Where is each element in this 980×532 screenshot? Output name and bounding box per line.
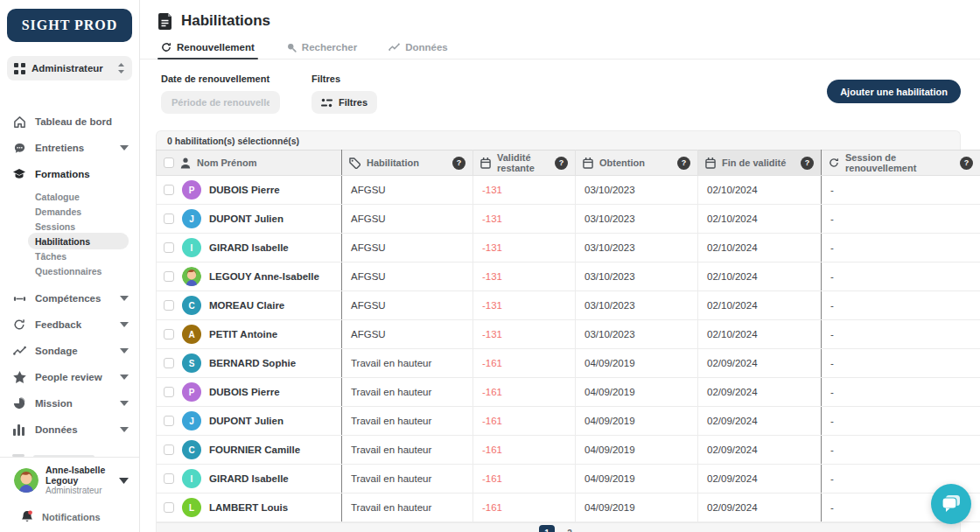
table-row[interactable]: LEGOUY Anne-Isabelle AFGSU -131 03/10/20… xyxy=(157,262,980,291)
obtention-cell: 03/10/2023 xyxy=(576,205,698,234)
validite-restante-cell: -131 xyxy=(473,234,576,262)
sidebar-item-mission[interactable]: Mission xyxy=(0,390,139,416)
sort-arrows-icon xyxy=(117,63,125,74)
person-name: FOURNIER Camille xyxy=(209,444,300,455)
table-row[interactable]: I GIRARD Isabelle AFGSU -131 03/10/2023 … xyxy=(157,234,980,262)
filters-button[interactable]: Filtres xyxy=(312,91,377,114)
tab-rechercher[interactable]: Rechercher xyxy=(286,42,357,59)
page-button-2[interactable]: 2 xyxy=(562,525,578,532)
session-cell: - xyxy=(822,262,980,291)
sidebar: SIGHT PROD Administrateur Tableau de bor… xyxy=(0,0,140,532)
chat-launcher-button[interactable] xyxy=(931,484,971,524)
select-all-checkbox[interactable] xyxy=(164,158,174,168)
sidebar-nav: Tableau de bord Entretiens Formations Ca… xyxy=(0,108,139,466)
sidebar-item-donnees[interactable]: Données xyxy=(0,416,139,443)
tab-label: Renouvellement xyxy=(177,42,255,52)
fin-validite-cell: 02/09/2024 xyxy=(698,378,822,407)
row-checkbox[interactable] xyxy=(164,444,174,455)
brand-logo[interactable]: SIGHT PROD xyxy=(7,9,132,42)
avatar: I xyxy=(182,238,201,257)
sidebar-item-tableau-de-bord[interactable]: Tableau de bord xyxy=(0,108,139,135)
row-checkbox[interactable] xyxy=(164,358,174,368)
user-menu[interactable]: Anne-Isabelle Legouy Administrateur xyxy=(0,465,139,496)
table-row[interactable]: L LAMBERT Louis Travail en hauteur -161 … xyxy=(157,494,980,522)
pie-chart-icon xyxy=(12,396,26,410)
table-row[interactable]: J DUPONT Julien Travail en hauteur -161 … xyxy=(157,407,980,436)
sidebar-item-sondage[interactable]: Sondage xyxy=(0,338,139,364)
chevron-down-icon xyxy=(120,348,129,354)
chevron-down-icon xyxy=(120,322,129,327)
table-row[interactable]: S BERNARD Sophie Travail en hauteur -161… xyxy=(157,349,980,378)
sidebar-item-competences[interactable]: Compétences xyxy=(0,285,139,312)
row-checkbox[interactable] xyxy=(164,387,174,397)
validite-restante-cell: -161 xyxy=(473,349,576,378)
sidebar-item-entretiens[interactable]: Entretiens xyxy=(0,135,139,161)
row-checkbox[interactable] xyxy=(164,185,174,195)
chevron-down-icon xyxy=(120,427,129,432)
habilitation-cell: Travail en hauteur xyxy=(342,465,473,494)
tag-icon xyxy=(349,158,360,169)
help-badge[interactable]: ? xyxy=(677,157,690,170)
sidebar-item-label: Mission xyxy=(35,398,73,409)
fin-validite-cell: 02/09/2024 xyxy=(698,465,822,494)
session-cell: - xyxy=(822,291,980,320)
table-row[interactable]: P DUBOIS Pierre Travail en hauteur -161 … xyxy=(157,378,980,407)
user-avatar xyxy=(14,468,38,493)
row-checkbox[interactable] xyxy=(164,473,174,484)
notifications-button[interactable]: Notifications xyxy=(0,510,139,523)
table-row[interactable]: P DUBOIS Pierre AFGSU -131 03/10/2023 02… xyxy=(157,176,980,205)
fin-validite-cell: 02/10/2024 xyxy=(698,262,822,291)
table-row[interactable]: J DUPONT Julien AFGSU -131 03/10/2023 02… xyxy=(157,205,980,234)
table-row[interactable]: C FOURNIER Camille Travail en hauteur -1… xyxy=(157,436,980,465)
row-checkbox[interactable] xyxy=(164,271,174,282)
sidebar-item-label: Feedback xyxy=(35,319,81,330)
help-badge[interactable]: ? xyxy=(960,157,973,170)
help-badge[interactable]: ? xyxy=(801,157,814,170)
sidebar-item-feedback[interactable]: Feedback xyxy=(0,312,139,338)
habilitation-cell: Travail en hauteur xyxy=(342,349,473,378)
sidebar-item-people-review[interactable]: People review xyxy=(0,364,139,390)
row-checkbox[interactable] xyxy=(164,300,174,311)
validite-restante-cell: -131 xyxy=(473,205,576,234)
validite-restante-cell: -131 xyxy=(473,320,576,349)
refresh-icon xyxy=(829,158,839,168)
table-row[interactable]: C MOREAU Claire AFGSU -131 03/10/2023 02… xyxy=(157,291,980,320)
row-checkbox[interactable] xyxy=(164,416,174,426)
page-button-1[interactable]: 1 xyxy=(539,525,555,532)
sidebar-subitem-sessions[interactable]: Sessions xyxy=(0,219,139,234)
sidebar-subitem-catalogue[interactable]: Catalogue xyxy=(0,189,139,204)
obtention-cell: 04/09/2019 xyxy=(576,407,698,436)
main-content: Habilitations Renouvellement Rechercher … xyxy=(140,0,980,532)
tab-renouvellement[interactable]: Renouvellement xyxy=(161,42,255,59)
sidebar-subitem-taches[interactable]: Tâches xyxy=(0,248,139,263)
row-checkbox[interactable] xyxy=(164,329,174,340)
calendar-icon xyxy=(583,158,593,169)
tab-label: Rechercher xyxy=(302,42,357,52)
add-habilitation-button[interactable]: Ajouter une habilitation xyxy=(827,80,961,103)
avatar: J xyxy=(182,411,201,430)
table-row[interactable]: I GIRARD Isabelle Travail en hauteur -16… xyxy=(157,465,980,494)
row-checkbox[interactable] xyxy=(164,214,174,224)
renewal-period-input[interactable] xyxy=(161,91,280,114)
role-selector[interactable]: Administrateur xyxy=(7,56,132,80)
help-badge[interactable]: ? xyxy=(452,157,466,170)
trend-icon xyxy=(12,344,26,358)
table-row[interactable]: A PETIT Antoine AFGSU -131 03/10/2023 02… xyxy=(157,320,980,349)
sidebar-item-formations[interactable]: Formations xyxy=(0,161,139,187)
validite-restante-cell: -161 xyxy=(473,436,576,465)
avatar: C xyxy=(182,440,201,459)
fin-validite-cell: 02/10/2024 xyxy=(698,320,822,349)
obtention-cell: 03/10/2023 xyxy=(576,320,698,349)
sidebar-subitem-demandes[interactable]: Demandes xyxy=(0,204,139,219)
brand-logo-text: SIGHT PROD xyxy=(22,18,118,33)
sliders-icon xyxy=(321,98,332,108)
sidebar-subitem-questionnaires[interactable]: Questionnaires xyxy=(0,263,139,278)
row-checkbox[interactable] xyxy=(164,242,174,253)
validite-restante-cell: -131 xyxy=(473,262,576,291)
sidebar-subitem-habilitations[interactable]: Habilitations xyxy=(0,234,139,248)
tab-donnees[interactable]: Données xyxy=(388,42,448,59)
sidebar-item-label: Données xyxy=(35,424,78,435)
row-checkbox[interactable] xyxy=(164,502,174,513)
help-badge[interactable]: ? xyxy=(555,157,568,170)
person-name: MOREAU Claire xyxy=(209,300,284,311)
